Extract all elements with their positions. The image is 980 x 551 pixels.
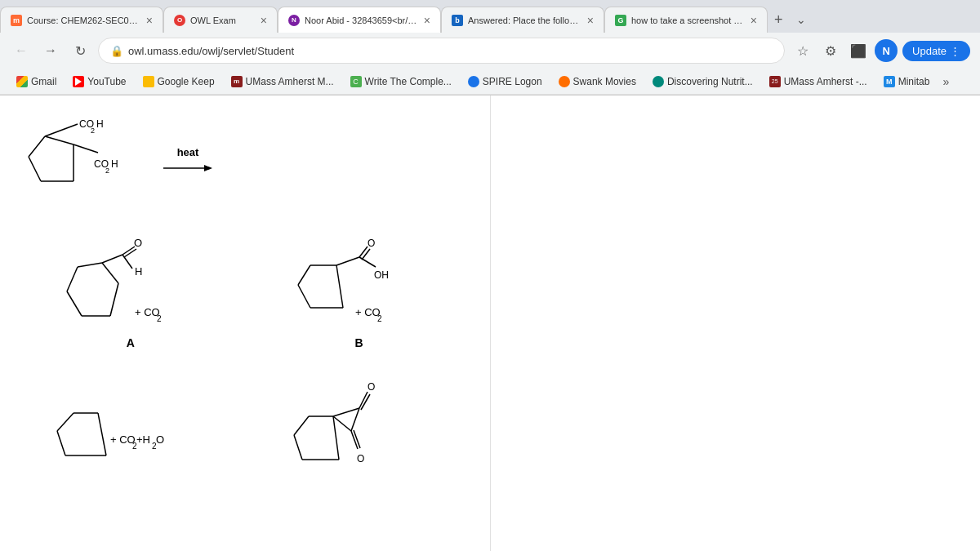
url-bar[interactable]: 🔒 owl.umass.edu/owlj/servlet/Student [98, 38, 785, 64]
write-icon: C [350, 76, 362, 87]
svg-line-56 [333, 416, 339, 460]
svg-text:O: O [368, 381, 375, 393]
bottom-product-left: + CO 2 +H 2 O [16, 382, 245, 488]
extension2-button[interactable]: ⬛ [847, 39, 870, 62]
content-panel: CO 2 H CO 2 H heat [0, 96, 491, 551]
swank-icon [559, 76, 570, 87]
minitab-icon: M [884, 76, 895, 87]
bookmark-spire[interactable]: SPIRE Logon [461, 73, 549, 90]
umass-icon: m [231, 76, 243, 87]
bookmark-star-button[interactable]: ☆ [791, 39, 814, 62]
svg-line-3 [45, 136, 74, 144]
tab-answered[interactable]: b Answered: Place the following... × [441, 7, 604, 33]
profile-button[interactable]: N [875, 39, 898, 62]
update-label: Update [912, 45, 947, 57]
back-button[interactable]: ← [10, 39, 33, 62]
bookmark-keep-label: Google Keep [158, 76, 215, 87]
svg-line-54 [294, 416, 309, 435]
update-button[interactable]: Update ⋮ [902, 41, 970, 61]
heat-label: heat [177, 146, 199, 158]
svg-line-33 [336, 265, 343, 308]
svg-line-17 [67, 267, 78, 291]
svg-line-43 [57, 431, 65, 455]
svg-marker-14 [204, 165, 212, 171]
svg-text:O: O [134, 237, 142, 249]
bookmark-youtube[interactable]: YouTube [66, 73, 132, 90]
bottom-product-right: O O [245, 382, 474, 488]
products-row: O H + CO 2 A [16, 242, 474, 349]
tab-close-5[interactable]: × [751, 15, 757, 26]
google-keep-icon [143, 76, 154, 87]
bookmarks-overflow[interactable]: » [939, 73, 952, 90]
bottom-right-svg: O O [286, 382, 433, 488]
svg-text:O: O [156, 433, 164, 446]
tab-title-2: OWL Exam [190, 16, 256, 25]
right-panel [491, 96, 981, 551]
svg-line-16 [67, 291, 82, 316]
tab-noor[interactable]: N Noor Abid - 32843659<br/> S... × [278, 7, 441, 33]
tab-favicon-2: O [174, 15, 185, 26]
svg-line-34 [336, 257, 359, 265]
bookmark-discovering[interactable]: Discovering Nutrit... [646, 73, 760, 90]
bookmark-umass2[interactable]: 25 UMass Amherst -... [763, 73, 874, 90]
bookmark-gmail-label: Gmail [31, 76, 56, 87]
address-bar: ← → ↻ 🔒 owl.umass.edu/owlj/servlet/Stude… [0, 33, 980, 69]
new-tab-button[interactable]: + [768, 11, 790, 29]
bookmark-youtube-label: YouTube [87, 76, 126, 87]
extension-button[interactable]: ⚙ [819, 39, 842, 62]
bookmark-swank[interactable]: Swank Movies [552, 73, 643, 90]
reactant-svg: CO 2 H CO 2 H [16, 120, 147, 202]
tab-title-5: how to take a screenshot on m... [631, 16, 746, 25]
bottom-left-svg: + CO 2 +H 2 O [49, 382, 212, 472]
reaction-top: CO 2 H CO 2 H heat [16, 120, 474, 202]
svg-text:H: H [111, 158, 118, 170]
svg-line-5 [45, 124, 78, 136]
label-a: A [127, 336, 135, 349]
toolbar-actions: ☆ ⚙ ⬛ N Update ⋮ [791, 39, 970, 62]
refresh-button[interactable]: ↻ [69, 39, 91, 62]
bookmark-discovering-label: Discovering Nutrit... [667, 76, 753, 87]
tab-owl[interactable]: O OWL Exam × [163, 7, 278, 33]
svg-line-19 [102, 263, 118, 283]
bookmark-umass-label: UMass Amherst M... [246, 76, 334, 87]
svg-text:+H: +H [136, 433, 150, 446]
bookmark-google-keep[interactable]: Google Keep [136, 73, 221, 90]
svg-line-58 [351, 408, 359, 431]
main-content: CO 2 H CO 2 H heat [0, 96, 980, 551]
tab-overflow-button[interactable]: ⌄ [790, 13, 813, 26]
discovering-icon [653, 76, 664, 87]
url-text: owl.umass.edu/owlj/servlet/Student [128, 45, 294, 57]
product-a-svg: O H + CO 2 [57, 242, 204, 340]
tab-close-3[interactable]: × [424, 15, 430, 26]
lock-icon: 🔒 [110, 45, 123, 57]
bookmark-gmail[interactable]: Gmail [10, 73, 63, 90]
svg-line-31 [298, 265, 310, 285]
bookmark-write-label: Write The Comple... [365, 76, 452, 87]
bookmark-umass[interactable]: m UMass Amherst M... [225, 73, 341, 90]
chem-content: CO 2 H CO 2 H heat [0, 96, 490, 504]
tab-chem262[interactable]: m Course: CHEM262-SEC01 Org... × [0, 7, 163, 33]
umass2-icon: 25 [769, 76, 781, 87]
tab-close-4[interactable]: × [587, 15, 594, 26]
bookmark-spire-label: SPIRE Logon [483, 76, 542, 87]
bookmark-minitab[interactable]: M Minitab [877, 73, 937, 90]
product-b-svg: O OH + CO 2 [286, 242, 433, 340]
bookmark-write[interactable]: C Write The Comple... [344, 73, 458, 90]
svg-line-9 [74, 144, 98, 153]
bookmark-swank-label: Swank Movies [573, 76, 636, 87]
svg-line-36 [362, 249, 370, 260]
update-chevron: ⋮ [950, 45, 960, 57]
tab-favicon-3: N [288, 15, 300, 26]
svg-text:OH: OH [374, 269, 389, 281]
svg-line-35 [359, 247, 368, 257]
bookmarks-bar: Gmail YouTube Google Keep m UMass Amhers… [0, 69, 980, 95]
tab-close-2[interactable]: × [261, 15, 267, 26]
svg-line-44 [57, 413, 74, 431]
forward-button[interactable]: → [39, 39, 62, 62]
svg-line-59 [333, 416, 351, 431]
product-b: O OH + CO 2 B [245, 242, 474, 349]
tab-close-1[interactable]: × [146, 15, 153, 26]
gmail-icon [16, 76, 28, 87]
tab-screenshot[interactable]: G how to take a screenshot on m... × [604, 7, 768, 33]
svg-line-38 [359, 257, 376, 267]
